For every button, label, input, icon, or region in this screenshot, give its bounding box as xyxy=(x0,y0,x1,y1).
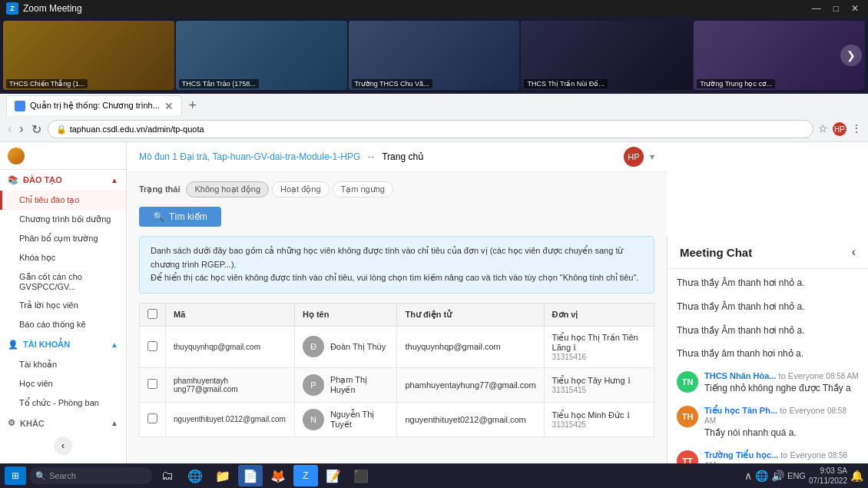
tray-notifications[interactable]: 🔔 xyxy=(850,470,863,482)
forward-btn[interactable]: › xyxy=(18,121,25,138)
back-btn[interactable]: ‹ xyxy=(6,121,13,138)
row-ma: nguyenthituyet 0212@gmail.com xyxy=(166,402,295,437)
participant-label-2: THCS Tân Trào (1758... xyxy=(179,79,259,88)
video-next-btn[interactable]: ❯ xyxy=(840,45,862,66)
tray-volume[interactable]: 🔊 xyxy=(771,470,784,482)
reload-btn[interactable]: ↻ xyxy=(30,121,43,138)
dao-tao-label: ĐÀO TẠO xyxy=(23,175,62,185)
select-all-checkbox[interactable] xyxy=(147,309,157,319)
participant-label-4: THCS Thị Trấn Nùi Đố... xyxy=(524,79,607,88)
section-header-dao-tao[interactable]: 📚 ĐÀO TẠO ▲ xyxy=(0,170,126,191)
section-header-tai-khoan[interactable]: 👤 TÀI KHOẢN ▲ xyxy=(0,334,126,355)
taskbar-app-folder[interactable]: 📁 xyxy=(210,465,235,486)
chat-msg-text-5: Tiếng nhỏ không nghe được Thầy a xyxy=(704,382,859,395)
table-header-ho-ten: Họ tên xyxy=(294,303,397,326)
status-label: Trạng thái xyxy=(139,184,180,194)
video-thumb-5[interactable]: Trường Trung học cơ... xyxy=(694,21,865,90)
row-ho-ten: P Phạm Thị Huyến xyxy=(294,367,397,402)
participant-label-5: Trường Trung học cơ... xyxy=(697,79,775,88)
chat-collapse-btn[interactable]: ‹ xyxy=(852,245,856,259)
content-body: Trạng thái Không hoạt động Hoạt động Tạm… xyxy=(127,172,667,447)
address-bar[interactable]: 🔒 taphuan.csdl.edu.vn/admin/tp-quota xyxy=(48,120,813,138)
sidebar-item-gan-cot-can[interactable]: Gắn cốt cán cho GVSPCC/GV... xyxy=(0,267,126,296)
taskbar-app-browser[interactable]: 🌐 xyxy=(183,465,207,486)
khac-label: KHÁC xyxy=(20,419,45,428)
unit-info: Tiểu học Tây Hưng ℹ 31315415 xyxy=(552,376,646,394)
taskbar-app-word[interactable]: 📝 xyxy=(321,465,346,486)
row-ho-ten: N Nguyễn Thị Tuyết xyxy=(294,402,397,437)
taskbar-app-docs[interactable]: 📄 xyxy=(238,465,263,486)
table-row: nguyenthituyet 0212@gmail.com N Nguyễn T… xyxy=(140,402,654,437)
ho-ten-text: Đoàn Thị Thúy xyxy=(330,342,386,352)
row-checkbox-cell xyxy=(140,326,166,367)
info-icon[interactable]: ℹ xyxy=(628,376,631,385)
sidebar-item-khoa-hoc[interactable]: Khóa học xyxy=(0,248,126,267)
minimize-btn[interactable]: — xyxy=(809,3,824,14)
breadcrumb-link[interactable]: Mô đun 1 Đại trà, Tap-huan-GV-dai-tra-Mo… xyxy=(139,151,360,162)
tray-chevron[interactable]: ∧ xyxy=(744,470,752,482)
bookmark-icon[interactable]: ☆ xyxy=(818,122,828,136)
sidebar-item-tai-khoan[interactable]: Tài khoản xyxy=(0,355,126,374)
chat-msg-text-3: Thưa thầy Âm thanh hơi nhỏ a. xyxy=(677,324,859,337)
info-icon[interactable]: ℹ xyxy=(573,343,576,352)
tray-network[interactable]: 🌐 xyxy=(755,470,768,482)
row-checkbox[interactable] xyxy=(147,341,157,351)
search-button[interactable]: 🔍 Tìm kiếm xyxy=(139,207,221,227)
sidebar-item-to-chuc[interactable]: Tổ chức - Phòng ban xyxy=(0,393,126,413)
header-chevron-icon[interactable]: ▾ xyxy=(650,151,654,162)
title-bar: Z Zoom Meeting — □ ✕ xyxy=(0,0,868,17)
section-header-khac[interactable]: ⚙ KHÁC ▲ xyxy=(0,413,126,433)
taskbar-search[interactable]: 🔍 Search xyxy=(29,467,152,484)
video-thumb-3[interactable]: Trường THCS Chu Vă... xyxy=(349,21,520,90)
sidebar-collapse-btn[interactable]: ‹ xyxy=(54,437,72,455)
sidebar-item-hoc-vien[interactable]: Học viên xyxy=(0,374,126,393)
sidebar-item-tra-loi[interactable]: Trả lời học viên xyxy=(0,296,126,315)
tab-close-btn[interactable]: ✕ xyxy=(164,100,174,112)
taskbar-app-firefox[interactable]: 🦊 xyxy=(266,465,290,486)
status-chip-hoat-dong[interactable]: Hoạt động xyxy=(272,181,330,198)
video-thumb-2[interactable]: THCS Tân Trào (1758... xyxy=(176,21,347,90)
chat-msg-content-5: THCS Nhân Hòa... to Everyone 08:58 AM Ti… xyxy=(704,371,859,395)
title-bar-text: Zoom Meeting xyxy=(23,3,809,14)
status-chip-khong-hoat-dong[interactable]: Không hoạt động xyxy=(186,181,269,198)
maximize-btn[interactable]: □ xyxy=(830,3,842,14)
chat-msg-row-6: TH Tiểu học Tân Ph... to Everyone 08:58 … xyxy=(677,406,859,440)
avatar-cell: Đ Đoàn Thị Thúy xyxy=(303,336,389,357)
chat-msg-text-4: Thưa thầy âm thanh hơi nhỏ a. xyxy=(677,347,859,360)
chat-msg-2: Thưa thầy Âm thanh hơi nhỏ a. xyxy=(677,300,859,314)
row-don-vi: Tiểu học Thị Trấn Tiên Lãng ℹ 31315416 xyxy=(544,326,654,367)
status-chip-tam-ngung[interactable]: Tạm ngưng xyxy=(333,181,393,198)
row-don-vi: Tiểu học Minh Đức ℹ 31315425 xyxy=(544,402,654,437)
sidebar-item-phan-bo[interactable]: Phân bổ cụm trường xyxy=(0,229,126,248)
new-tab-btn[interactable]: + xyxy=(184,96,202,115)
menu-icon[interactable]: ⋮ xyxy=(851,122,862,136)
row-checkbox[interactable] xyxy=(147,379,157,389)
row-checkbox-cell xyxy=(140,367,166,402)
participant-label-1: THCS Chiến Thắng (1... xyxy=(6,79,88,88)
sidebar-item-bao-cao[interactable]: Báo cáo thống kê xyxy=(0,315,126,334)
taskbar-app-files[interactable]: 🗂 xyxy=(155,465,180,486)
chat-msg-content-6: Tiểu học Tân Ph... to Everyone 08:58 AM … xyxy=(704,406,859,440)
start-btn[interactable]: ⊞ xyxy=(5,466,26,485)
chat-title: Meeting Chat xyxy=(680,246,752,259)
info-icon[interactable]: ℹ xyxy=(627,410,630,420)
row-email: thuyquynhqp@gmail.com xyxy=(397,326,544,367)
row-checkbox[interactable] xyxy=(147,413,157,423)
sidebar-item-chuong-trinh[interactable]: Chương trình bồi dưỡng xyxy=(0,210,126,229)
participant-label-3: Trường THCS Chu Vă... xyxy=(352,79,432,88)
info-line-2: Để hiển thị các học viên không được tính… xyxy=(151,271,643,285)
chat-msg-text-2: Thưa thầy Âm thanh hơi nhỏ a. xyxy=(677,300,859,314)
video-thumb-1[interactable]: THCS Chiến Thắng (1... xyxy=(3,21,174,90)
browser-tab[interactable]: Quản trị hệ thống: Chương trình... ✕ xyxy=(6,95,182,115)
video-thumb-4[interactable]: THCS Thị Trấn Nùi Đố... xyxy=(521,21,692,90)
taskbar-app-zoom[interactable]: Z xyxy=(293,465,318,486)
table-header-checkbox xyxy=(140,303,166,326)
user-avatar[interactable]: HP xyxy=(624,147,644,167)
chat-header: Meeting Chat ‹ xyxy=(668,236,868,269)
close-btn[interactable]: ✕ xyxy=(848,3,862,14)
sidebar-item-chi-tieu[interactable]: Chỉ tiêu đào tạo xyxy=(0,191,126,210)
row-don-vi: Tiểu học Tây Hưng ℹ 31315415 xyxy=(544,367,654,402)
taskbar-app-powerpoint[interactable]: ⬛ xyxy=(349,465,373,486)
row-avatar: N xyxy=(303,409,324,430)
profile-icon[interactable]: HP xyxy=(833,122,846,136)
